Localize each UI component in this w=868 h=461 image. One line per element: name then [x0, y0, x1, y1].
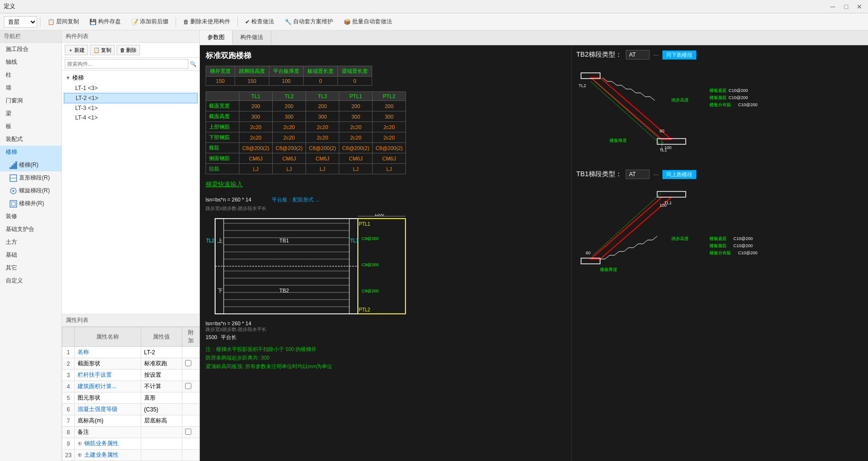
tree-item-lt3[interactable]: LT-3 <1>	[64, 103, 197, 113]
attr-name-4[interactable]: 建筑面积计算...	[78, 383, 117, 390]
svg-rect-2	[13, 163, 15, 169]
straight-stair-icon	[10, 174, 17, 182]
nav-item-column[interactable]: 柱	[0, 69, 61, 81]
tb2-board-dist: 楼板分布筋	[710, 102, 731, 107]
nav-sub-straight-stair[interactable]: 直形梯段(R)	[0, 171, 61, 184]
new-comp-button[interactable]: ＋ 新建	[65, 45, 88, 55]
attr-row-8: 8 备注	[62, 427, 199, 438]
tree-arrow: ▼	[66, 75, 70, 80]
nav-panel: 导航栏 施工段合 轴线 柱 墙 门窗洞 梁 板 装配式 楼梯 楼梯(R) 直形梯…	[0, 30, 62, 461]
tab-param-diagram[interactable]: 参数图	[200, 30, 233, 45]
tb2-same-btn[interactable]: 同下跑楼段	[662, 50, 696, 60]
nav-item-decoration[interactable]: 装修	[0, 210, 61, 223]
stair-icon	[10, 161, 17, 169]
close-button[interactable]: ✕	[855, 2, 864, 11]
auto-plan-button[interactable]: 🔧自动套方案维护	[280, 16, 337, 28]
svg-line-66	[652, 236, 657, 240]
attr-check-8[interactable]	[185, 429, 191, 435]
tree-area: ▼ 楼梯 LT-1 <3> LT-2 <1> LT-3 <1> LT-4 <1>	[62, 70, 199, 314]
maximize-button[interactable]: □	[841, 2, 851, 11]
nav-item-construction[interactable]: 施工段合	[0, 43, 61, 56]
data-table: TL1 TL2 TL3 PTL1 PTL2 截面宽度 200 200 200 2…	[206, 91, 406, 174]
nav-item-beam[interactable]: 梁	[0, 107, 61, 120]
tb2-type-select[interactable]	[626, 50, 650, 60]
svg-line-41	[641, 93, 645, 97]
formula-top-line: lsn=bs*n = 260 * 14 平台板：配筋形式 ...	[206, 196, 565, 203]
tab-comp-method[interactable]: 构件做法	[233, 30, 271, 45]
formula-bottom-sub: 路步宽x踏步数-踏步段水平长	[206, 326, 565, 333]
nav-item-door-window[interactable]: 门窗洞	[0, 94, 61, 107]
nav-sub-spiral-stair[interactable]: 螺旋梯段(R)	[0, 184, 61, 197]
data-row-stirrup: 箍筋 C8@200(2) C8@200(2) C8@200(2) C8@200(…	[206, 143, 406, 153]
attr-expand-9[interactable]: ⊕	[78, 440, 82, 447]
tree-group-header[interactable]: ▼ 楼梯	[64, 72, 197, 83]
minimize-button[interactable]: ─	[828, 2, 838, 11]
attr-name-7: 底标高(m)	[75, 415, 141, 427]
tb1-section: TB1梯段类型： ··· 同上跑楼段	[576, 170, 804, 280]
nav-item-stair[interactable]: 楼梯	[0, 146, 61, 159]
batch-auto-button[interactable]: 📦批量自动套做法	[339, 16, 396, 28]
delete-comp-button[interactable]: 🗑 删除	[117, 45, 140, 55]
tree-item-lt2[interactable]: LT-2 <1>	[64, 93, 197, 103]
nav-item-prefab[interactable]: 装配式	[0, 133, 61, 146]
check-method-button[interactable]: ✔检查做法	[241, 16, 278, 28]
svg-text:1200: 1200	[375, 214, 384, 217]
tb1-type-select[interactable]	[626, 170, 650, 179]
nav-item-axis[interactable]: 轴线	[0, 56, 61, 69]
nav-item-other[interactable]: 其它	[0, 261, 61, 274]
nav-header: 导航栏	[0, 30, 61, 43]
platform-label[interactable]: 平台板：配筋形式 ...	[272, 197, 319, 202]
formula-top: lsn=bs*n = 260 * 14	[206, 197, 251, 202]
quick-link[interactable]: 梯梁快速输入	[206, 180, 565, 189]
attr-val-1: LT-2	[141, 347, 182, 358]
data-header-ptl1: PTL1	[339, 92, 373, 101]
attr-val-4: 不计算	[141, 381, 182, 392]
tree-item-lt4[interactable]: LT-4 <1>	[64, 113, 197, 122]
svg-rect-0	[10, 167, 11, 169]
copy-floor-button[interactable]: 📋层间复制	[43, 16, 83, 28]
save-comp-button[interactable]: 💾构件存盘	[85, 16, 125, 28]
nav-item-foundation[interactable]: 基础	[0, 249, 61, 261]
tb1-more-btn[interactable]: ···	[653, 170, 659, 178]
nav-sub-stairwell[interactable]: 楼梯井(R)	[0, 197, 61, 210]
add-prefix-button[interactable]: 📝添加前后缀	[127, 16, 173, 28]
tree-item-lt1[interactable]: LT-1 <3>	[64, 83, 197, 93]
tb1-same-btn[interactable]: 同上跑楼段	[662, 170, 696, 179]
nav-item-foundation-support[interactable]: 基础支护合	[0, 223, 61, 236]
svg-rect-3	[15, 161, 17, 169]
svg-line-39	[631, 89, 636, 93]
param-header-2: 平台板厚度	[269, 66, 304, 77]
attr-check-4[interactable]	[185, 383, 191, 389]
attr-row-7: 7 底标高(m) 层底标高	[62, 415, 199, 427]
attr-row-2: 2 截面形状 标准双跑	[62, 358, 199, 370]
svg-line-64	[643, 240, 648, 244]
nav-sub-stair[interactable]: 楼梯(R)	[0, 159, 61, 171]
svg-line-44	[591, 81, 660, 143]
tb1-board-thick: 楼板厚度	[600, 267, 617, 272]
attr-col-value: 属性值	[141, 327, 182, 347]
attr-name-23[interactable]: 土建业务属性	[84, 451, 118, 458]
copy-comp-button[interactable]: 📋 复制	[90, 45, 115, 55]
attr-col-name: 属性名称	[75, 327, 141, 347]
tb2-section: TB2梯段类型： ··· 同下跑楼段	[576, 50, 804, 160]
attr-row-23: 23 ⊕ 土建业务属性	[62, 450, 199, 461]
tb2-header: TB2梯段类型： ··· 同下跑楼段	[576, 50, 804, 60]
nav-item-earthwork[interactable]: 土方	[0, 236, 61, 249]
search-box: 🔍	[62, 58, 199, 70]
attr-val-2: 标准双跑	[141, 358, 182, 370]
attr-name-9[interactable]: 钢筋业务属性	[84, 440, 118, 447]
attr-name-1[interactable]: 名称	[78, 349, 89, 355]
attr-name-6[interactable]: 混凝土强度等级	[78, 406, 118, 412]
floor-select[interactable]: 首层 第2层 第3层	[4, 16, 37, 28]
attr-expand-23[interactable]: ⊕	[78, 451, 82, 458]
svg-text:C10@200: C10@200	[729, 88, 748, 93]
delete-unused-button[interactable]: 🗑删除未使用构件	[179, 16, 235, 28]
nav-item-wall[interactable]: 墙	[0, 81, 61, 94]
search-input[interactable]	[65, 59, 188, 69]
nav-item-custom[interactable]: 自定义	[0, 274, 61, 287]
tb2-more-btn[interactable]: ···	[653, 51, 659, 59]
attr-name-3[interactable]: 栏杆扶手设置	[78, 371, 112, 378]
copy-floor-icon: 📋	[48, 19, 55, 25]
attr-check-2[interactable]	[185, 360, 191, 366]
nav-item-slab[interactable]: 板	[0, 120, 61, 133]
